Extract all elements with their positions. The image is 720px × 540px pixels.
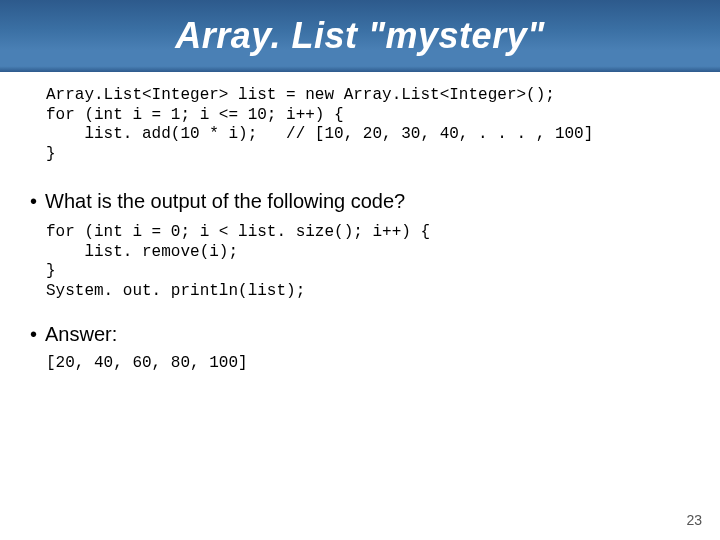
slide-title: Array. List "mystery" [175,15,544,57]
answer-code: [20, 40, 60, 80, 100] [46,354,692,374]
code-line: for (int i = 0; i < list. size(); i++) { [46,223,430,241]
code-line: System. out. println(list); [46,282,305,300]
answer-bullet-row: • Answer: [28,321,692,348]
answer-label: Answer: [45,321,117,348]
question-bullet-row: • What is the output of the following co… [28,188,692,215]
code-line: Array.List<Integer> list = new Array.Lis… [46,86,555,104]
title-bar: Array. List "mystery" [0,0,720,72]
page-number: 23 [686,512,702,528]
bullet-dot-icon: • [30,321,37,348]
code-block-2: for (int i = 0; i < list. size(); i++) {… [46,223,692,301]
code-line: list. remove(i); [46,243,238,261]
code-line: } [46,145,56,163]
code-line: list. add(10 * i); // [10, 20, 30, 40, .… [46,125,593,143]
code-block-1: Array.List<Integer> list = new Array.Lis… [46,86,692,164]
code-line: } [46,262,56,280]
slide: Array. List "mystery" Array.List<Integer… [0,0,720,540]
bullet-dot-icon: • [30,188,37,215]
question-text: What is the output of the following code… [45,188,405,215]
slide-body: Array.List<Integer> list = new Array.Lis… [0,72,720,374]
code-line: for (int i = 1; i <= 10; i++) { [46,106,344,124]
